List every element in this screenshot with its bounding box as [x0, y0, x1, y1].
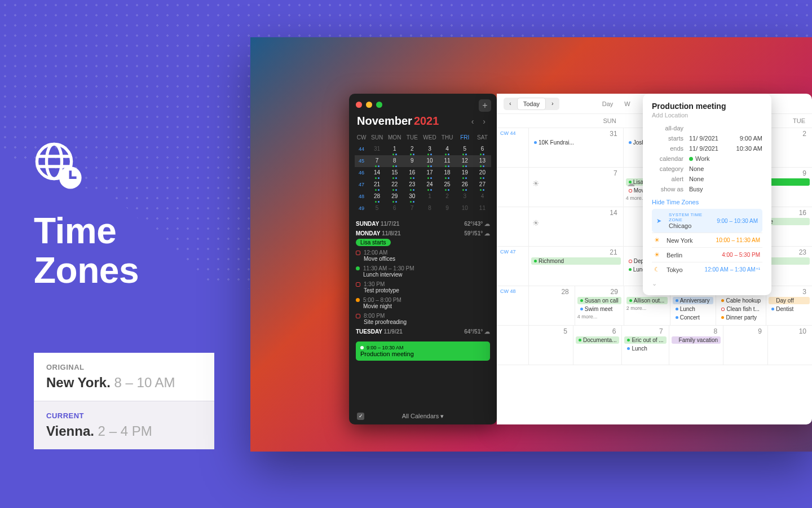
zoom-icon[interactable]: [376, 102, 382, 108]
month-nav[interactable]: ‹ ›: [471, 117, 489, 126]
date-nav[interactable]: ‹Today›: [504, 98, 559, 110]
tz-system[interactable]: ➤ SYSTEM TIME ZONEChicago 9:00 – 10:30 A…: [652, 209, 762, 233]
current-label: CURRENT: [46, 411, 202, 420]
day-cell[interactable]: 6Documenta...: [573, 326, 621, 365]
agenda-event[interactable]: 1:30 PMTest prototype: [356, 281, 490, 294]
event-chip[interactable]: Day off: [769, 297, 810, 304]
app-screenshot: + November 2021 ‹ › CWSUNMONTUEWEDTHUFRI…: [250, 37, 812, 452]
hide-timezones-link[interactable]: Hide Time Zones: [652, 199, 762, 205]
event-chip[interactable]: Clean fish t...: [718, 305, 764, 313]
event-chip[interactable]: Lunch: [624, 345, 666, 352]
field-row[interactable]: alertNone: [652, 174, 762, 184]
day-cell[interactable]: 3Day offDentist: [766, 286, 812, 325]
minimize-icon[interactable]: [366, 102, 372, 108]
tz-row[interactable]: ☀New York10:00 – 11:30 AM: [652, 233, 762, 247]
event-chip[interactable]: Allison out...: [626, 297, 668, 304]
day-cell[interactable]: 3110K Fundrai...: [528, 128, 623, 167]
event-chip[interactable]: Documenta...: [576, 336, 619, 344]
allday-pill[interactable]: Lisa starts: [356, 239, 391, 246]
day-cell[interactable]: 7Eric out of ...Lunch: [621, 326, 668, 365]
field-row[interactable]: calendarWork: [652, 154, 762, 164]
event-chip[interactable]: Anniversary: [673, 297, 714, 304]
day-cell[interactable]: 29Susan on callSwim meet4 more...: [575, 286, 624, 325]
field-row[interactable]: show asBusy: [652, 184, 762, 194]
agenda-event[interactable]: 8:00 PMSite proofreading: [356, 313, 490, 325]
event-chip[interactable]: Dentist: [769, 305, 810, 313]
month-label: November: [357, 115, 412, 127]
agenda-list: SUNDAY 11/7/2162°/43° ☁ MONDAY 11/8/2159…: [349, 214, 497, 338]
event-chip[interactable]: Concert: [673, 314, 714, 321]
original-card: ORIGINAL New York. 8 – 10 AM: [34, 353, 214, 401]
year-label: 2021: [414, 115, 439, 127]
location-icon: ➤: [656, 217, 664, 225]
event-chip[interactable]: Lunch: [673, 305, 714, 313]
field-row[interactable]: all-day: [652, 123, 762, 133]
tz-row[interactable]: ☀Berlin4:00 – 5:30 PM: [652, 247, 762, 262]
event-chip[interactable]: 10K Fundrai...: [531, 139, 621, 146]
day-cell[interactable]: 28: [528, 286, 575, 325]
field-row[interactable]: starts11/ 9/20219:00 AM: [652, 133, 762, 143]
timezone-icon: [34, 141, 85, 192]
today-button[interactable]: Today: [517, 98, 546, 110]
add-button[interactable]: +: [479, 99, 491, 112]
event-title: Production meeting: [652, 102, 762, 111]
field-row[interactable]: categoryNone: [652, 164, 762, 174]
next-button[interactable]: ›: [546, 98, 559, 110]
agenda-event[interactable]: 5:00 – 8:00 PMMovie night: [356, 297, 490, 309]
tz-row[interactable]: ☾Tokyo12:00 AM – 1:30 AM⁺¹: [652, 262, 762, 277]
event-chip[interactable]: Swim meet: [577, 305, 621, 313]
day-cell[interactable]: ☀14: [528, 207, 623, 246]
mini-cal-grid[interactable]: CWSUNMONTUEWEDTHUFRISAT44311234564578910…: [349, 132, 497, 214]
event-chip[interactable]: Dinner party: [718, 314, 764, 321]
selected-event[interactable]: 9:00 – 10:30 AM Production meeting: [356, 341, 490, 361]
current-card: CURRENT Vienna. 2 – 4 PM: [34, 401, 214, 449]
event-chip[interactable]: Richmond: [531, 257, 621, 265]
original-label: ORIGINAL: [46, 363, 202, 371]
prev-button[interactable]: ‹: [504, 98, 517, 110]
day-cell[interactable]: ☀7: [528, 168, 623, 207]
event-chip[interactable]: Cable hookup: [718, 297, 764, 304]
day-cell[interactable]: 10: [767, 326, 812, 365]
window-controls[interactable]: [349, 99, 497, 110]
hero-title: TimeZones: [34, 211, 139, 291]
original-value: New York. 8 – 10 AM: [46, 375, 202, 391]
day-cell[interactable]: 9: [723, 326, 767, 365]
mini-calendar-window: + November 2021 ‹ › CWSUNMONTUEWEDTHUFRI…: [349, 94, 497, 424]
day-cell[interactable]: 5: [528, 326, 573, 365]
day-cell[interactable]: 8Family vacation: [669, 326, 723, 365]
agenda-event[interactable]: 11:30 AM – 1:30 PMLunch interview: [356, 265, 490, 278]
field-row[interactable]: ends11/ 9/202110:30 AM: [652, 143, 762, 154]
calendar-filter[interactable]: ✓All Calendars ▾: [349, 413, 497, 420]
mini-cal-header: November 2021 ‹ ›: [349, 110, 497, 132]
checkbox-icon[interactable]: ✓: [357, 413, 364, 420]
event-chip[interactable]: Family vacation: [672, 336, 721, 344]
timezone-cards: ORIGINAL New York. 8 – 10 AM CURRENT Vie…: [34, 353, 214, 449]
event-chip[interactable]: Eric out of ...: [624, 336, 666, 344]
current-value: Vienna. 2 – 4 PM: [46, 423, 202, 439]
view-tabs[interactable]: DayW: [598, 98, 635, 110]
agenda-event[interactable]: 12:00 AMMove offices: [356, 249, 490, 262]
add-location-field[interactable]: Add Location: [652, 112, 762, 119]
hero: TimeZones: [34, 141, 139, 291]
day-cell[interactable]: 21Richmond: [528, 247, 623, 286]
close-icon[interactable]: [356, 102, 362, 108]
event-chip[interactable]: Susan on call: [577, 297, 621, 304]
expand-icon[interactable]: ⌄: [652, 280, 762, 287]
event-popover: Production meeting Add Location all-days…: [643, 94, 771, 295]
